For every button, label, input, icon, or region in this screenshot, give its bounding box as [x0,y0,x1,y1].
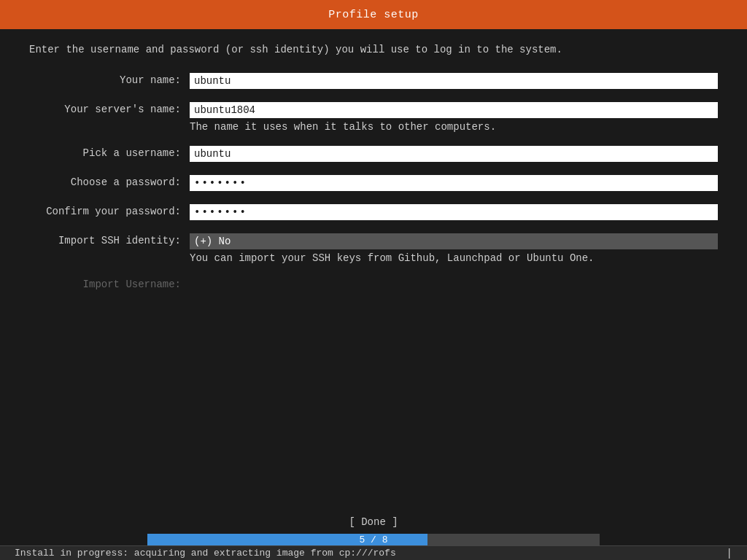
server-name-row: Your server's name: The name it uses whe… [29,102,718,133]
import-username-row: Import Username: [29,277,718,290]
your-name-label: Your name: [29,73,190,86]
progress-text: 5 / 8 [147,534,600,545]
username-field-wrapper [190,146,718,162]
status-bar: Install in progress: acquiring and extra… [0,545,747,560]
progress-bar-container: 5 / 8 [147,534,600,545]
server-name-field-wrapper: The name it uses when it talks to other … [190,102,718,133]
server-name-hint: The name it uses when it talks to other … [190,121,718,133]
server-name-input[interactable] [190,102,718,118]
main-content: Enter the username and password (or ssh … [0,29,747,318]
username-input[interactable] [190,146,718,162]
password-input[interactable] [190,175,718,191]
server-name-label: Your server's name: [29,102,190,115]
your-name-field-wrapper [190,73,718,89]
confirm-password-input[interactable] [190,204,718,220]
ssh-identity-value: (+) No [194,236,231,247]
footer-area: [ Done ] [0,513,747,531]
ssh-identity-row: Import SSH identity: (+) No You can impo… [29,233,718,264]
username-label: Pick a username: [29,146,190,159]
password-label: Choose a password: [29,175,190,188]
username-row: Pick a username: [29,146,718,162]
status-pipe: | [727,548,732,559]
confirm-password-field-wrapper [190,204,718,220]
confirm-password-row: Confirm your password: [29,204,718,220]
your-name-row: Your name: [29,73,718,89]
progress-area: 5 / 8 [0,534,747,545]
ssh-identity-label: Import SSH identity: [29,233,190,246]
confirm-password-label: Confirm your password: [29,204,190,217]
password-field-wrapper [190,175,718,191]
intro-text: Enter the username and password (or ssh … [29,44,718,55]
header: Profile setup [0,0,747,29]
password-row: Choose a password: [29,175,718,191]
done-button[interactable]: [ Done ] [334,513,412,531]
ssh-identity-hint: You can import your SSH keys from Github… [190,252,718,264]
ssh-identity-field-wrapper: (+) No You can import your SSH keys from… [190,233,718,264]
your-name-input[interactable] [190,73,718,89]
ssh-identity-toggle[interactable]: (+) No [190,233,718,249]
import-username-label: Import Username: [29,277,190,290]
status-text: Install in progress: acquiring and extra… [15,548,396,559]
header-title: Profile setup [328,9,419,21]
